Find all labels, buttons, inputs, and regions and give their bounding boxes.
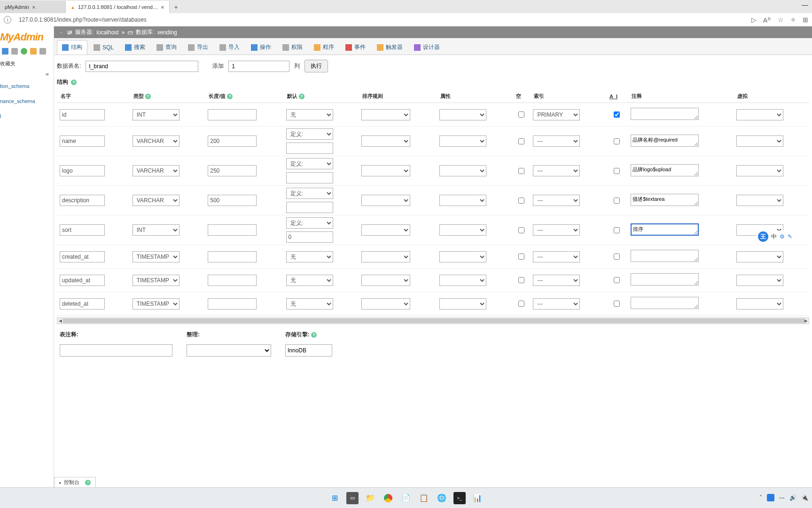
collation-select[interactable] xyxy=(187,344,271,357)
tab-query[interactable]: 查询 xyxy=(151,40,182,55)
index-select[interactable]: PRIMARY xyxy=(533,109,580,120)
default-mode-select[interactable]: 定义: xyxy=(286,158,333,169)
null-checkbox[interactable] xyxy=(518,138,524,144)
default-mode-select[interactable]: 定义: xyxy=(286,188,333,199)
comment-input[interactable] xyxy=(631,297,699,309)
database-item[interactable]: nance_schema xyxy=(0,97,54,105)
attributes-select[interactable] xyxy=(439,298,486,310)
new-tab-button[interactable]: + xyxy=(170,1,183,13)
tab-structure[interactable]: 结构 xyxy=(57,40,87,55)
column-name-input[interactable] xyxy=(60,298,105,310)
tab-designer[interactable]: 设计器 xyxy=(409,40,445,55)
url-field[interactable]: 127.0.0.1:8081/index.php?route=/server/d… xyxy=(15,15,250,25)
index-select[interactable]: --- xyxy=(533,195,580,206)
default-value-input[interactable] xyxy=(286,143,333,154)
default-mode-select[interactable]: 定义: xyxy=(286,128,333,140)
attributes-select[interactable] xyxy=(439,275,486,286)
comment-input[interactable]: 品牌名称@required xyxy=(631,135,699,147)
collation-select[interactable] xyxy=(361,298,410,310)
column-type-select[interactable]: TIMESTAMP xyxy=(133,275,180,286)
collation-select[interactable] xyxy=(361,165,410,176)
breadcrumb-db[interactable]: vending xyxy=(157,29,177,36)
column-length-input[interactable] xyxy=(208,195,257,206)
index-select[interactable]: --- xyxy=(533,224,580,236)
column-type-select[interactable]: TIMESTAMP xyxy=(133,251,180,262)
column-length-input[interactable] xyxy=(208,165,257,176)
comment-input[interactable]: 描述$textarea xyxy=(631,194,699,206)
collation-select[interactable] xyxy=(361,195,410,206)
index-select[interactable]: --- xyxy=(533,165,580,176)
column-length-input[interactable] xyxy=(208,109,257,120)
default-mode-select[interactable]: 定义: xyxy=(286,217,333,229)
column-name-input[interactable] xyxy=(60,165,105,176)
column-length-input[interactable] xyxy=(208,251,257,262)
tab-privileges[interactable]: 权限 xyxy=(277,40,308,55)
collections-icon[interactable]: ✧ xyxy=(790,16,796,24)
tab-import[interactable]: 导入 xyxy=(214,40,245,55)
auto-increment-checkbox[interactable] xyxy=(614,301,620,307)
browser-tab[interactable]: pMyAdmin × xyxy=(0,1,66,13)
home-icon[interactable] xyxy=(2,48,8,55)
scroll-right-arrow[interactable]: ▶ xyxy=(803,318,809,324)
comment-input[interactable] xyxy=(631,250,699,262)
attributes-select[interactable] xyxy=(439,135,486,147)
collation-select[interactable] xyxy=(361,109,410,120)
settings-icon[interactable] xyxy=(30,48,37,55)
attributes-select[interactable] xyxy=(439,165,486,176)
link-icon[interactable]: ⚭ xyxy=(0,69,54,82)
horizontal-scrollbar[interactable]: ◀ ▶ xyxy=(57,318,809,324)
comment-input[interactable]: 品牌logo$upload xyxy=(631,164,699,176)
column-length-input[interactable] xyxy=(208,298,257,310)
close-icon[interactable]: × xyxy=(32,4,36,11)
breadcrumb-server[interactable]: localhost xyxy=(96,29,118,36)
default-value-input[interactable] xyxy=(286,231,333,243)
null-checkbox[interactable] xyxy=(518,301,524,307)
column-type-select[interactable]: INT xyxy=(133,109,180,120)
default-mode-select[interactable]: 无 xyxy=(286,298,333,310)
help-icon[interactable]: ? xyxy=(71,79,77,85)
auto-increment-checkbox[interactable] xyxy=(614,198,620,204)
add-columns-count-input[interactable] xyxy=(228,61,289,72)
engine-input[interactable] xyxy=(285,344,332,357)
tab-triggers[interactable]: 触发器 xyxy=(372,40,408,55)
column-type-select[interactable]: VARCHAR xyxy=(133,165,180,176)
close-icon[interactable]: × xyxy=(161,4,164,11)
site-info-icon[interactable]: i xyxy=(4,16,11,24)
ime-settings-icon[interactable]: ⚙ xyxy=(780,233,785,240)
ime-indicator[interactable]: 王 中 ⚙ ✎ xyxy=(756,230,794,243)
collation-select[interactable] xyxy=(361,224,410,236)
browser-tab[interactable]: ▲ 127.0.0.1:8081 / localhost / vend… × xyxy=(66,1,170,13)
column-name-input[interactable] xyxy=(60,275,105,286)
column-name-input[interactable] xyxy=(60,251,105,262)
column-type-select[interactable]: VARCHAR xyxy=(133,135,180,147)
index-select[interactable]: --- xyxy=(533,298,580,310)
read-aloud-icon[interactable]: ▷ xyxy=(751,16,757,24)
scroll-left-arrow[interactable]: ◀ xyxy=(57,318,63,324)
index-select[interactable]: --- xyxy=(533,251,580,262)
column-length-input[interactable] xyxy=(208,135,257,147)
virtuality-select[interactable] xyxy=(736,298,783,310)
column-name-input[interactable] xyxy=(60,135,105,147)
attributes-select[interactable] xyxy=(439,251,486,262)
auto-increment-checkbox[interactable] xyxy=(614,227,620,233)
ime-edit-icon[interactable]: ✎ xyxy=(788,233,792,240)
tab-operations[interactable]: 操作 xyxy=(246,40,276,55)
auto-increment-checkbox[interactable] xyxy=(614,111,620,118)
comment-input[interactable] xyxy=(631,108,699,120)
tab-routines[interactable]: 程序 xyxy=(309,40,339,55)
default-mode-select[interactable]: 无 xyxy=(286,251,333,262)
null-checkbox[interactable] xyxy=(518,254,524,260)
virtuality-select[interactable] xyxy=(736,135,783,147)
auto-increment-checkbox[interactable] xyxy=(614,138,620,144)
collation-select[interactable] xyxy=(361,275,410,286)
column-length-input[interactable] xyxy=(208,275,257,286)
database-item[interactable]: l xyxy=(0,112,54,120)
reload-icon[interactable] xyxy=(39,48,46,55)
virtuality-select[interactable] xyxy=(736,165,783,176)
execute-button[interactable]: 执行 xyxy=(304,60,328,72)
default-value-input[interactable] xyxy=(286,202,333,213)
null-checkbox[interactable] xyxy=(518,111,524,118)
favorites-icon[interactable]: ☆ xyxy=(778,16,784,24)
collapse-icon[interactable]: ← xyxy=(59,30,64,35)
database-item[interactable]: tion_schema xyxy=(0,82,54,90)
